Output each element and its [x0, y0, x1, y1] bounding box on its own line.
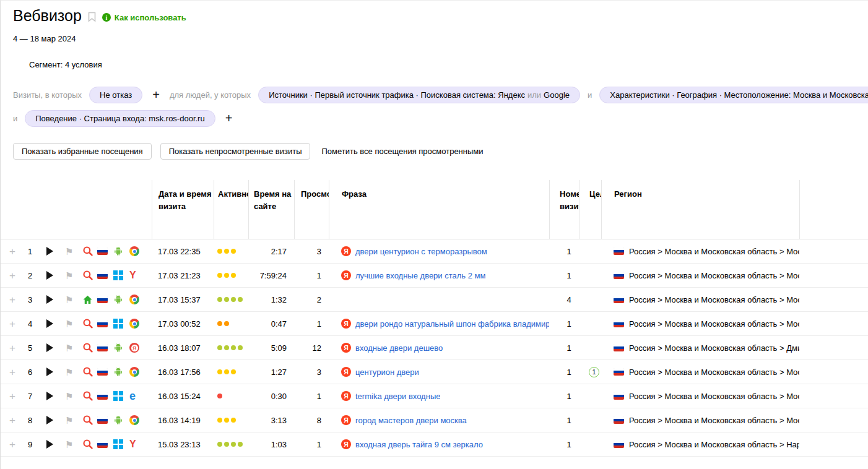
favorite-flag-icon[interactable]	[65, 247, 73, 256]
favorite-flag-icon[interactable]	[65, 392, 73, 401]
table-header: Дата и время визита Активность Время на …	[1, 180, 868, 239]
russia-flag-icon	[614, 441, 624, 448]
yandex-search-icon	[341, 246, 351, 256]
phrase-link[interactable]: входная дверь тайга 9 см зеркало	[355, 440, 483, 449]
expand-row-button[interactable]	[9, 246, 15, 257]
region-text: Россия > Москва и Московская область > Н…	[629, 440, 799, 449]
favorite-flag-icon[interactable]	[65, 295, 73, 304]
play-visit-button[interactable]	[46, 368, 53, 376]
region-cell: Россия > Москва и Московская область > М…	[614, 271, 799, 280]
yandex-search-icon	[341, 415, 351, 425]
phrase-link[interactable]: двери рондо натуральный шпон фабрика вла…	[355, 319, 549, 329]
expand-row-button[interactable]	[9, 295, 15, 305]
expand-row-button[interactable]	[9, 439, 15, 450]
android-icon	[113, 367, 123, 377]
play-visit-button[interactable]	[46, 440, 53, 449]
column-header-views[interactable]: Просмотры	[294, 180, 329, 239]
russia-flag-icon	[97, 416, 108, 424]
windows-icon	[113, 319, 123, 329]
table-row: 9 15.03 23:13 1:03 1 входная дверь тайга…	[1, 432, 868, 457]
search-icon	[82, 246, 93, 257]
activity-indicator	[217, 418, 236, 423]
add-visit-condition-button[interactable]	[150, 88, 162, 101]
column-header-region[interactable]: Регион	[601, 180, 799, 239]
activity-indicator	[217, 442, 243, 447]
visit-datetime: 16.03 17:56	[158, 368, 201, 377]
favorite-flag-icon[interactable]	[65, 319, 73, 329]
expand-row-button[interactable]	[9, 415, 15, 426]
region-cell: Россия > Москва и Московская область > М…	[614, 295, 799, 304]
phrase-cell: двери центурион с терморазрывом	[341, 246, 487, 256]
favorite-flag-icon[interactable]	[65, 440, 73, 449]
column-header-phrase[interactable]: Фраза	[329, 180, 549, 239]
region-text: Россия > Москва и Московская область > М…	[629, 247, 799, 256]
play-visit-button[interactable]	[46, 295, 53, 304]
search-icon	[82, 439, 93, 450]
visit-datetime: 16.03 18:07	[158, 343, 201, 353]
play-visit-button[interactable]	[46, 271, 53, 280]
expand-row-button[interactable]	[9, 319, 15, 329]
column-header-goals[interactable]: Цели	[579, 180, 601, 239]
home-icon	[82, 295, 93, 305]
column-header-date[interactable]: Дата и время визита	[152, 180, 214, 239]
time-on-site: 0:47	[271, 319, 287, 329]
play-visit-button[interactable]	[46, 416, 53, 424]
filter-chip-entry-page[interactable]: Поведение · Страница входа: msk.ros-door…	[25, 110, 215, 127]
mark-all-viewed-button[interactable]: Пометить все посещения просмотренными	[319, 147, 483, 156]
phrase-link[interactable]: центурион двери	[355, 368, 419, 377]
phrase-link[interactable]: лучшие входные двери сталь 2 мм	[355, 271, 485, 280]
favorite-flag-icon[interactable]	[65, 368, 73, 377]
yandex-search-icon	[341, 343, 351, 353]
show-unviewed-button[interactable]: Показать непросмотренные визиты	[160, 143, 311, 160]
visit-number: 4	[566, 295, 571, 304]
windows-icon	[113, 391, 123, 401]
region-cell: Россия > Москва и Московская область > М…	[614, 247, 799, 256]
russia-flag-icon	[614, 368, 624, 376]
region-text: Россия > Москва и Московская область > М…	[629, 271, 799, 280]
favorite-flag-icon[interactable]	[65, 271, 73, 280]
region-text: Россия > Москва и Московская область > М…	[629, 416, 799, 425]
expand-row-button[interactable]	[9, 367, 15, 377]
column-header-visit-number[interactable]: Номер визита	[549, 180, 579, 239]
expand-row-button[interactable]	[9, 391, 15, 402]
column-header-activity[interactable]: Активность	[214, 180, 248, 239]
bookmark-icon[interactable]	[88, 12, 96, 22]
edge-icon	[129, 391, 136, 401]
favorite-flag-icon[interactable]	[65, 416, 73, 425]
filter-chip-traffic-source[interactable]: Источники · Первый источник трафика · По…	[258, 87, 580, 103]
phrase-cell: центурион двери	[341, 367, 419, 377]
region-text: Россия > Москва и Московская область > М…	[629, 392, 799, 401]
play-visit-button[interactable]	[46, 392, 53, 400]
visits-table-body: 1 17.03 22:35 2:17 3 двери центурион с т…	[1, 239, 868, 457]
visit-datetime: 17.03 22:35	[158, 247, 201, 256]
views-count: 1	[317, 392, 321, 401]
yandex-browser-icon	[129, 439, 136, 449]
play-visit-button[interactable]	[46, 319, 53, 328]
russia-flag-icon	[614, 416, 624, 424]
segment-label[interactable]: Сегмент: 4 условия	[29, 60, 868, 70]
show-favorites-button[interactable]: Показать избранные посещения	[13, 143, 152, 160]
phrase-cell: входная дверь тайга 9 см зеркало	[341, 439, 483, 449]
russia-flag-icon	[614, 392, 624, 400]
play-visit-button[interactable]	[46, 247, 53, 256]
column-header-time-on-site[interactable]: Время на сайте	[248, 180, 294, 239]
visit-number: 1	[566, 319, 571, 329]
visit-number: 1	[566, 440, 571, 449]
favorite-flag-icon[interactable]	[65, 343, 73, 353]
filter-chip-not-bounce[interactable]: Не отказ	[89, 87, 142, 103]
filter-chip-geography[interactable]: Характеристики · География · Местоположе…	[599, 87, 868, 103]
add-people-condition-button[interactable]	[223, 112, 235, 124]
play-visit-button[interactable]	[46, 343, 53, 352]
phrase-link[interactable]: termika двери входные	[355, 392, 440, 401]
expand-row-button[interactable]	[9, 270, 15, 281]
phrase-link[interactable]: входные двери дешево	[355, 343, 443, 353]
row-number: 6	[28, 368, 32, 377]
expand-row-button[interactable]	[9, 343, 15, 353]
how-to-use-link[interactable]: Как использовать	[102, 13, 186, 22]
phrase-link[interactable]: двери центурион с терморазрывом	[355, 247, 487, 256]
yandex-app-icon	[129, 343, 139, 353]
phrase-link[interactable]: город мастеров двери москва	[355, 416, 467, 425]
date-range-selector[interactable]: 4 — 18 мар 2024	[13, 34, 868, 44]
visit-number: 1	[566, 416, 571, 425]
people-filter-label: для людей, у которых	[170, 90, 251, 100]
